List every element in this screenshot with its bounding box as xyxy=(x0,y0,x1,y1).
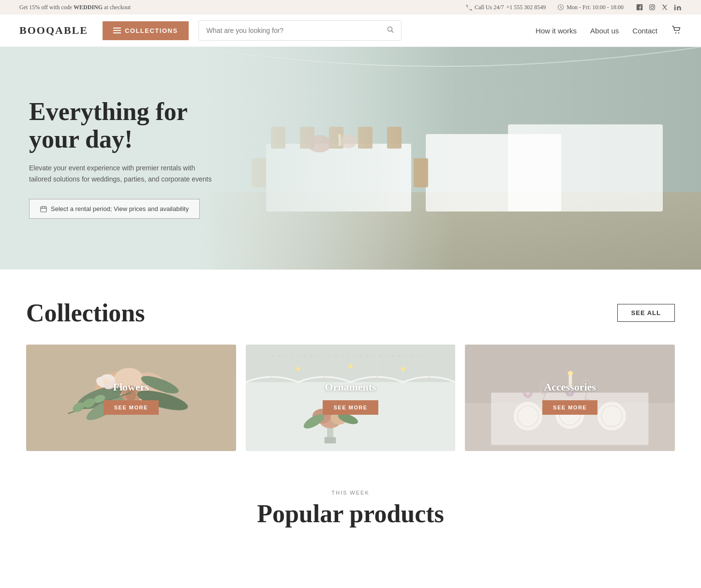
clock-icon xyxy=(557,4,564,11)
top-bar-right: Call Us 24/7 +1 555 302 8549 Mon - Fri: … xyxy=(465,3,682,12)
collections-section: Collections SEE ALL xyxy=(0,270,701,470)
popular-title: Popular products xyxy=(26,499,675,528)
flowers-card-title: Flowers xyxy=(104,381,159,393)
phone-info: Call Us 24/7 +1 555 302 8549 xyxy=(465,4,546,11)
svg-point-62 xyxy=(401,367,405,371)
svg-line-9 xyxy=(391,31,393,33)
promo-message: Get 15% off with code WEDDING at checkou… xyxy=(19,4,131,11)
calendar-icon xyxy=(40,206,47,212)
svg-rect-28 xyxy=(41,207,46,212)
x-icon[interactable] xyxy=(660,3,669,12)
nav-how-it-works[interactable]: How it works xyxy=(536,27,577,35)
accessories-card-title: Accessories xyxy=(542,381,597,393)
svg-point-60 xyxy=(296,367,300,371)
search-bar[interactable] xyxy=(198,20,402,41)
linkedin-icon[interactable] xyxy=(673,3,682,12)
ornaments-card-title: Ornaments xyxy=(323,381,378,393)
nav-links: How it works About us Contact xyxy=(536,24,682,37)
instagram-icon[interactable] xyxy=(648,3,656,12)
hero-subtitle: Elevate your event experience with premi… xyxy=(29,163,213,184)
hero-cta-label: Select a rental period; View prices and … xyxy=(51,205,189,212)
svg-line-2 xyxy=(561,8,562,9)
flowers-card-content: Flowers SEE MORE xyxy=(104,381,159,415)
cart-button[interactable] xyxy=(671,24,682,37)
collections-button[interactable]: COLLECTIONS xyxy=(103,21,189,40)
logo[interactable]: BOOQABLE xyxy=(19,24,88,37)
svg-point-4 xyxy=(651,6,653,8)
header: BOOQABLE COLLECTIONS How it works About … xyxy=(0,15,701,47)
collections-header: Collections SEE ALL xyxy=(26,299,675,327)
hamburger-icon xyxy=(113,28,121,33)
svg-point-11 xyxy=(678,32,679,33)
svg-rect-6 xyxy=(674,6,676,10)
collection-card-ornaments[interactable]: Ornaments SEE MORE xyxy=(246,345,456,451)
see-all-button[interactable]: SEE ALL xyxy=(617,304,675,322)
collection-card-accessories[interactable]: Accessories SEE MORE xyxy=(465,345,675,451)
this-week-section: THIS WEEK Popular products xyxy=(0,470,701,538)
collection-card-flowers[interactable]: Flowers SEE MORE xyxy=(26,345,236,451)
top-bar: Get 15% off with code WEDDING at checkou… xyxy=(0,0,701,15)
nav-about-us[interactable]: About us xyxy=(590,27,619,35)
search-icon xyxy=(387,26,394,33)
nav-contact[interactable]: Contact xyxy=(632,27,657,35)
collections-btn-label: COLLECTIONS xyxy=(125,27,178,34)
social-links xyxy=(635,3,682,12)
collections-grid: Flowers SEE MORE xyxy=(26,345,675,451)
search-input[interactable] xyxy=(199,22,380,39)
svg-point-7 xyxy=(674,5,676,6)
collections-title: Collections xyxy=(26,299,145,327)
logo-text: BOOQABLE xyxy=(19,24,88,36)
hero-title: Everything for your day! xyxy=(29,98,213,153)
flowers-see-more-button[interactable]: SEE MORE xyxy=(104,400,159,415)
ornaments-card-content: Ornaments SEE MORE xyxy=(323,381,378,415)
accessories-card-content: Accessories SEE MORE xyxy=(542,381,597,415)
search-button[interactable] xyxy=(380,21,401,40)
svg-point-76 xyxy=(568,371,573,376)
accessories-see-more-button[interactable]: SEE MORE xyxy=(542,400,597,415)
svg-point-5 xyxy=(654,5,654,6)
svg-rect-54 xyxy=(324,437,336,443)
svg-point-10 xyxy=(675,32,676,33)
phone-icon xyxy=(465,4,472,11)
ornaments-see-more-button[interactable]: SEE MORE xyxy=(323,400,378,415)
hero-content: Everything for your day! Elevate your ev… xyxy=(0,59,242,257)
cart-icon xyxy=(671,24,682,35)
svg-point-61 xyxy=(348,364,353,369)
hero-section: Everything for your day! Elevate your ev… xyxy=(0,47,701,270)
hero-cta-button[interactable]: Select a rental period; View prices and … xyxy=(29,199,200,219)
this-week-label: THIS WEEK xyxy=(26,490,675,496)
phone-link[interactable]: +1 555 302 8549 xyxy=(507,4,546,11)
facebook-icon[interactable] xyxy=(635,3,644,12)
hours-info: Mon - Fri: 10:00 - 18:00 xyxy=(557,4,624,11)
